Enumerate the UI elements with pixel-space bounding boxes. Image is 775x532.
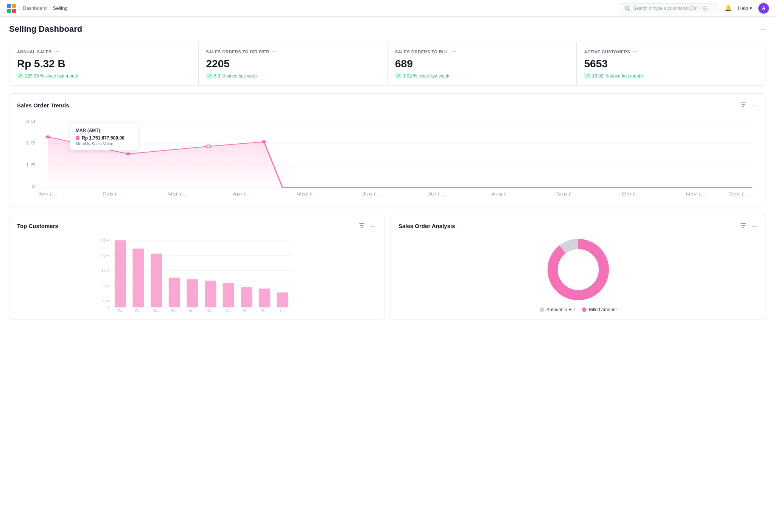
sales-analysis-title: Sales Order Analysis (398, 223, 455, 229)
search-icon (625, 6, 630, 11)
svg-rect-43 (115, 240, 126, 307)
top-customers-filter-button[interactable] (358, 221, 366, 231)
kpi-orders-deliver-label: SALES ORDERS TO DELIVER ··· (206, 49, 380, 55)
breadcrumb-selling[interactable]: Selling (53, 5, 68, 11)
sales-trend-actions: ··· (739, 101, 758, 110)
legend-label-billed-amount: Billed Amount (589, 307, 616, 312)
kpi-active-customers-more[interactable]: ··· (632, 49, 637, 55)
svg-rect-45 (151, 254, 162, 307)
svg-point-16 (126, 152, 131, 155)
breadcrumb-sep-2: › (49, 6, 51, 11)
sales-analysis-header: Sales Order Analysis ··· (398, 221, 758, 231)
user-avatar[interactable]: A (758, 3, 769, 14)
top-customers-header: Top Customers ··· (17, 221, 377, 231)
svg-text:Jan (…: Jan (… (38, 192, 58, 196)
svg-text:Jun (…: Jun (… (362, 192, 382, 196)
svg-text:I…: I… (280, 308, 285, 312)
svg-text:30 M: 30 M (101, 268, 109, 273)
kpi-active-customers-change: ↗ 16.92 % since last month (584, 73, 758, 79)
legend-dot-billed-amount (582, 307, 587, 312)
page-more-button[interactable]: ··· (760, 25, 766, 33)
top-customers-more-button[interactable]: ··· (369, 222, 377, 231)
svg-rect-48 (205, 281, 216, 307)
kpi-annual-sales-arrow: ↗ (17, 73, 23, 79)
help-button[interactable]: Help ▾ (738, 5, 752, 11)
bar-chart-svg: 50 M 40 M 30 M 20 M 10 M 0 (17, 237, 377, 312)
chart-tooltip: MAR (AMT) Rp 1,751,877,500.00 Monthly Sa… (70, 124, 138, 150)
kpi-orders-bill-label: SALES ORDERS TO BILL ··· (395, 49, 569, 55)
donut-wrap: Amount to Bill Billed Amount (398, 237, 758, 312)
search-placeholder: Search or type a command (Ctrl + G) (633, 6, 708, 11)
kpi-annual-sales-change: ↗ 229.95 % since last month (17, 73, 191, 79)
kpi-orders-deliver-more[interactable]: ··· (272, 49, 277, 55)
sales-analysis-filter-button[interactable] (739, 221, 747, 231)
kpi-orders-deliver-arrow: ↗ (206, 73, 213, 79)
svg-text:V…: V… (226, 308, 232, 312)
svg-text:May (…: May (… (296, 192, 318, 196)
svg-text:3 B: 3 B (25, 119, 36, 124)
kpi-annual-sales-value: Rp 5.32 B (17, 58, 191, 70)
sales-trend-more-button[interactable]: ··· (750, 101, 758, 110)
svg-text:Jul (…: Jul (… (428, 192, 446, 196)
kpi-annual-sales-more[interactable]: ··· (54, 49, 59, 55)
top-navigation: › Dashboard › Selling Search or type a c… (0, 0, 775, 17)
search-bar[interactable]: Search or type a command (Ctrl + G) (620, 3, 718, 13)
legend-amount-to-bill: Amount to Bill (540, 307, 574, 312)
sales-analysis-more-button[interactable]: ··· (750, 222, 758, 231)
page-title: Selling Dashboard (9, 24, 82, 34)
kpi-orders-deliver: SALES ORDERS TO DELIVER ··· 2205 ↗ 5.3 %… (199, 42, 388, 85)
svg-text:20 M: 20 M (101, 284, 109, 288)
svg-text:R…: R… (117, 308, 123, 312)
svg-text:D…: D… (171, 308, 177, 312)
legend-billed-amount: Billed Amount (582, 307, 616, 312)
bar-chart-wrap: 50 M 40 M 30 M 20 M 10 M 0 (17, 237, 377, 312)
chevron-down-icon: ▾ (750, 5, 752, 11)
legend-dot-amount-to-bill (540, 307, 544, 312)
kpi-orders-deliver-change: ↗ 5.3 % since last week (206, 73, 380, 79)
svg-text:Sep (…: Sep (… (556, 192, 577, 196)
filter-icon-3 (741, 223, 746, 228)
svg-rect-52 (277, 293, 288, 307)
svg-rect-1 (7, 4, 11, 8)
kpi-active-customers-value: 5653 (584, 58, 758, 70)
tooltip-dot (76, 136, 79, 140)
top-customers-actions: ··· (358, 221, 377, 231)
page-header: Selling Dashboard ··· (9, 24, 766, 34)
tooltip-title: MAR (AMT) (76, 128, 132, 133)
svg-text:Oct (…: Oct (… (622, 192, 641, 196)
tooltip-value: Rp 1,751,877,500.00 (82, 135, 124, 141)
kpi-orders-bill-more[interactable]: ··· (451, 49, 456, 55)
sales-trend-filter-button[interactable] (739, 101, 747, 110)
filter-icon (741, 102, 746, 107)
svg-text:0: 0 (107, 305, 109, 309)
sales-trend-section: Sales Order Trends ··· MAR (AMT) Rp 1,75… (9, 93, 766, 206)
tooltip-label: Monthly Sales Value (76, 141, 132, 146)
svg-point-18 (261, 140, 266, 143)
donut-legend: Amount to Bill Billed Amount (540, 307, 616, 312)
svg-rect-51 (259, 288, 270, 307)
nav-right-area: Search or type a command (Ctrl + G) 🔔 He… (620, 3, 769, 14)
svg-text:Mar (…: Mar (… (167, 192, 188, 196)
app-logo (6, 3, 17, 14)
sales-analysis-card: Sales Order Analysis ··· (391, 214, 766, 320)
kpi-orders-bill: SALES ORDERS TO BILL ··· 689 ↗ 1.92 % si… (388, 42, 577, 85)
breadcrumb-sep-1: › (19, 6, 20, 11)
svg-rect-46 (169, 278, 180, 307)
svg-text:D…: D… (153, 308, 159, 312)
breadcrumb-dashboard[interactable]: Dashboard (23, 5, 47, 11)
svg-text:R…: R… (135, 308, 142, 312)
notification-bell[interactable]: 🔔 (724, 5, 732, 12)
svg-text:50 M: 50 M (101, 238, 109, 242)
svg-text:10 M: 10 M (101, 299, 109, 303)
svg-text:D…: D… (207, 308, 213, 312)
svg-rect-4 (12, 9, 16, 13)
kpi-active-customers-label: ACTIVE CUSTOMERS ··· (584, 49, 758, 55)
kpi-orders-bill-value: 689 (395, 58, 569, 70)
svg-rect-47 (187, 279, 198, 307)
kpi-orders-bill-arrow: ↗ (395, 73, 402, 79)
svg-text:Nov (…: Nov (… (686, 192, 707, 196)
tooltip-row: Rp 1,751,877,500.00 (76, 135, 132, 141)
svg-text:1 B: 1 B (25, 163, 36, 167)
svg-text:2 B: 2 B (25, 141, 36, 145)
main-content: Selling Dashboard ··· ANNUAL SALES ··· R… (0, 17, 775, 327)
